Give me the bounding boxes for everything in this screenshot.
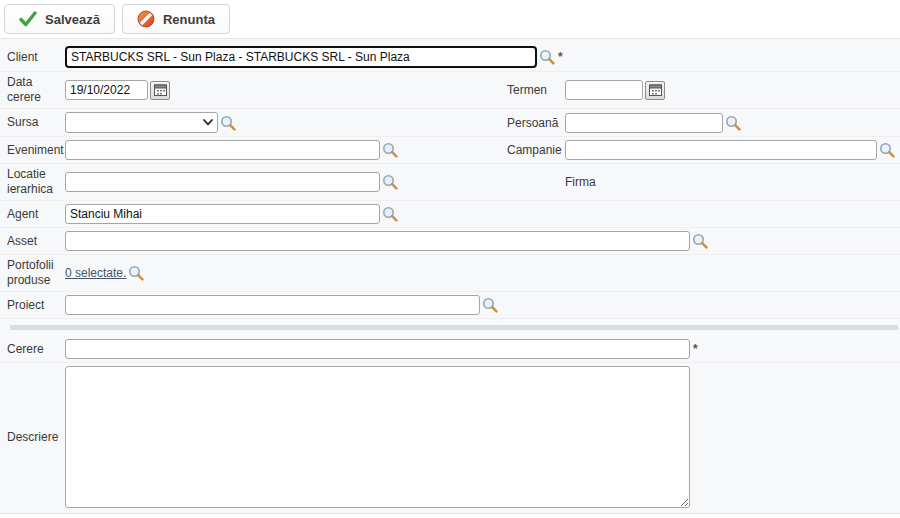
campanie-label: Campanie [500, 143, 565, 157]
eveniment-label: Eveniment [0, 143, 65, 158]
cerere-label: Cerere [0, 342, 65, 357]
sursa-select[interactable] [65, 112, 218, 133]
persoana-input[interactable] [565, 113, 723, 133]
location-row: Locatie ierarhica Firma [0, 164, 900, 201]
proiect-lookup-magnifier-icon[interactable] [482, 297, 498, 313]
agent-lookup-magnifier-icon[interactable] [382, 206, 398, 222]
project-row: Proiect [0, 292, 900, 319]
termen-group: Termen [500, 80, 665, 100]
asset-row: Asset [0, 228, 900, 255]
termen-calendar-icon[interactable] [645, 81, 665, 100]
persoana-group: Persoană [500, 113, 741, 133]
check-icon [19, 11, 37, 27]
client-lookup-magnifier-icon[interactable] [539, 49, 555, 65]
cancel-button-label: Renunta [163, 12, 215, 27]
asset-input[interactable] [65, 231, 690, 251]
description-row: Descriere [0, 363, 900, 511]
client-label: Client [0, 50, 65, 65]
portofolii-selected-link[interactable]: 0 selectate. [65, 266, 126, 280]
campanie-input[interactable] [565, 140, 877, 160]
client-input[interactable] [65, 46, 537, 68]
cerere-required-mark: * [693, 344, 698, 354]
descriere-textarea[interactable] [65, 366, 690, 508]
source-row: Sursa Persoană [0, 109, 900, 137]
persoana-lookup-magnifier-icon[interactable] [725, 115, 741, 131]
agent-input[interactable] [65, 204, 380, 224]
section-divider [10, 325, 898, 330]
locatie-label: Locatie ierarhica [0, 167, 65, 197]
request-row: Cerere * [0, 336, 900, 363]
cerere-input[interactable] [65, 339, 690, 359]
locatie-input[interactable] [65, 172, 380, 192]
locatie-lookup-magnifier-icon[interactable] [382, 174, 398, 190]
firma-label: Firma [565, 175, 596, 189]
data-cerere-label: Data cerere [0, 75, 65, 105]
asset-label: Asset [0, 234, 65, 249]
request-form: Client * Data cerere Termen [0, 38, 900, 514]
descriere-label: Descriere [0, 430, 65, 445]
portofolii-label: Portofolii produse [0, 258, 65, 288]
campanie-group: Campanie [500, 140, 895, 160]
cancel-icon [137, 10, 155, 28]
proiect-input[interactable] [65, 295, 480, 315]
top-toolbar: Salvează Renunta [0, 0, 900, 38]
event-row: Eveniment Campanie [0, 137, 900, 164]
data-cerere-input[interactable] [65, 80, 148, 100]
portofolii-lookup-magnifier-icon[interactable] [128, 265, 144, 281]
sursa-lookup-magnifier-icon[interactable] [220, 115, 236, 131]
agent-label: Agent [0, 207, 65, 222]
request-form-page: Salvează Renunta Client * [0, 0, 900, 518]
data-cerere-calendar-icon[interactable] [150, 81, 170, 100]
client-required-mark: * [558, 52, 563, 62]
termen-input[interactable] [565, 80, 643, 100]
sursa-label: Sursa [0, 115, 65, 130]
termen-label: Termen [500, 83, 565, 97]
firma-group: Firma [500, 175, 596, 189]
client-row: Client * [0, 43, 900, 72]
cancel-button[interactable]: Renunta [122, 4, 230, 34]
proiect-label: Proiect [0, 298, 65, 313]
eveniment-input[interactable] [65, 140, 380, 160]
save-button-label: Salvează [45, 12, 100, 27]
bottom-toolbar: Salvează Renunta [0, 514, 900, 518]
date-row: Data cerere Termen [0, 72, 900, 109]
agent-row: Agent [0, 201, 900, 228]
save-button[interactable]: Salvează [4, 4, 115, 34]
campanie-lookup-magnifier-icon[interactable] [879, 142, 895, 158]
portfolio-row: Portofolii produse 0 selectate. [0, 255, 900, 292]
eveniment-lookup-magnifier-icon[interactable] [382, 142, 398, 158]
asset-lookup-magnifier-icon[interactable] [692, 233, 708, 249]
persoana-label: Persoană [500, 116, 565, 130]
